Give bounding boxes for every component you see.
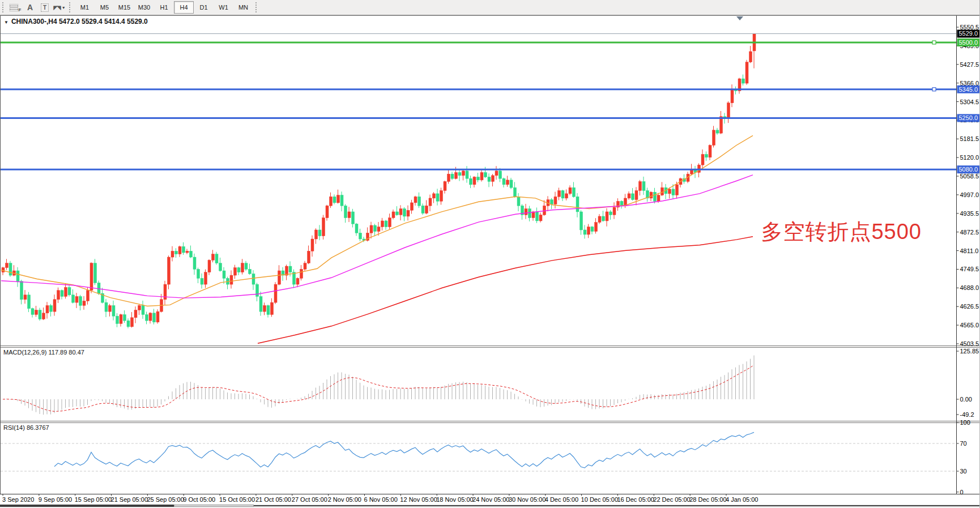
chart-title-text: CHINA300-,H4 5472.0 5529.4 5414.4 5529.0 [11, 18, 148, 25]
timeframe-h4-button[interactable]: H4 [174, 1, 194, 14]
drawing-tools-group: FAT◤◥▼ [8, 0, 67, 15]
y-axis-tick-label: 5304.5 [960, 99, 979, 105]
y-axis-tick-label: 5058.5 [960, 173, 979, 180]
symbol-dropdown-icon[interactable]: ▼ [4, 20, 8, 25]
price-line-label: 5250.0 [959, 114, 978, 121]
x-axis-tick-label: 9 Oct 05:00 [183, 496, 215, 503]
timeframe-m5-button[interactable]: M5 [95, 1, 114, 14]
annotation-text: 多空转折点5500 [761, 217, 922, 246]
horizontal-scrollbar[interactable] [0, 504, 980, 508]
chart-title: ▼CHINA300-,H4 5472.0 5529.4 5414.4 5529.… [4, 18, 148, 25]
x-axis-tick-label: 6 Nov 05:00 [364, 496, 398, 503]
timeframe-w1-button[interactable]: W1 [214, 1, 233, 14]
macd-indicator-label: MACD(12,26,9) 117.89 80.47 [3, 349, 84, 356]
line-handle[interactable] [932, 41, 936, 44]
macd-tick-label: 0.00 [960, 396, 972, 403]
x-axis-tick-label: 22 Dec 05:00 [653, 496, 690, 503]
y-axis-tick-label: 4872.5 [960, 229, 979, 236]
toolbar-grip[interactable] [255, 2, 258, 12]
x-axis-tick-label: 25 Sep 05:00 [147, 496, 184, 503]
toolbar-grip[interactable] [2, 2, 5, 12]
price-line-label: 5529.0 [959, 30, 978, 37]
x-axis-tick-label: 27 Oct 05:00 [292, 496, 327, 503]
x-axis-tick-label: 28 Dec 05:00 [689, 496, 726, 503]
toolbar-grip[interactable] [69, 2, 72, 12]
scrollbar-track-left[interactable] [0, 505, 174, 507]
x-axis-tick-label: 21 Oct 05:00 [255, 496, 291, 503]
arrows-icon: ◤◥ [53, 5, 59, 11]
scrollbar-thumb[interactable] [174, 505, 254, 507]
rsi-tick-label: 0 [960, 489, 964, 496]
rsi-tick-label: 100 [960, 419, 970, 426]
text-label-icon: T [41, 3, 49, 12]
x-axis-tick-label: 3 Sep 2020 [2, 496, 34, 503]
y-axis-tick-label: 4749.5 [960, 266, 979, 272]
y-axis-tick-label: 5550.5 [960, 24, 979, 31]
y-axis-tick-label: 5181.5 [960, 135, 979, 142]
x-axis-tick-label: 10 Dec 05:00 [581, 496, 618, 503]
timeframe-m1-button[interactable]: M1 [75, 1, 95, 14]
x-axis-tick-label: 9 Sep 05:00 [39, 496, 72, 503]
x-axis-tick-label: 15 Oct 05:00 [219, 496, 255, 503]
price-line-label: 5080.0 [959, 166, 978, 173]
x-axis-tick-label: 4 Dec 05:00 [545, 496, 578, 503]
fibonacci-icon [10, 4, 18, 11]
text-icon: A [27, 3, 33, 12]
mt4-window: 5550.55489.05427.55366.05304.55243.05181… [0, 0, 980, 508]
x-axis-tick-label: 18 Nov 05:00 [436, 496, 473, 503]
arrows-tool-button[interactable]: ◤◥▼ [52, 1, 67, 14]
scrollbar-track-right[interactable] [254, 505, 980, 506]
y-axis-tick-label: 4688.0 [960, 284, 979, 291]
timeframe-h1-button[interactable]: H1 [154, 1, 174, 14]
x-axis-tick-label: 4 Jan 05:00 [726, 496, 759, 503]
x-axis-tick-label: 15 Sep 05:00 [75, 496, 112, 503]
macd-tick-label: 125.85 [960, 348, 979, 355]
y-axis-tick-label: 4811.0 [960, 247, 979, 254]
macd-tick-label: -49.2 [960, 411, 974, 418]
price-line-label: 5500.0 [959, 39, 978, 46]
timeframes-group: M1M5M15M30H1H4D1W1MN [75, 0, 253, 15]
x-axis-tick-label: 12 Nov 05:00 [400, 496, 437, 503]
timeframe-d1-button[interactable]: D1 [194, 1, 214, 14]
x-axis-tick-label: 16 Dec 05:00 [617, 496, 654, 503]
line-handle[interactable] [932, 88, 936, 91]
text-label-tool-button[interactable]: T [37, 1, 52, 14]
timeframe-mn-button[interactable]: MN [233, 1, 253, 14]
timeframe-m15-button[interactable]: M15 [114, 1, 134, 14]
y-axis-tick-label: 4503.5 [960, 340, 979, 347]
y-axis-tick-label: 4935.5 [960, 210, 979, 217]
rsi-indicator-label: RSI(14) 86.3767 [3, 424, 49, 431]
price-line-label: 5345.0 [959, 86, 978, 93]
chevron-down-icon: ▼ [62, 6, 66, 10]
timeframe-m30-button[interactable]: M30 [134, 1, 154, 14]
x-axis-tick-label: 24 Nov 05:00 [472, 496, 509, 503]
fibonacci-tool-button[interactable]: F [8, 1, 23, 14]
y-axis-tick-label: 5120.0 [960, 154, 979, 161]
y-axis-tick-label: 4626.5 [960, 303, 979, 310]
y-axis-tick-label: 5427.5 [960, 61, 979, 68]
toolbar: FAT◤◥▼ M1M5M15M30H1H4D1W1MN [0, 0, 980, 15]
rsi-tick-label: 70 [960, 440, 967, 447]
x-axis-tick-label: 2 Nov 05:00 [328, 496, 361, 503]
x-axis-tick-label: 30 Nov 05:00 [509, 496, 546, 503]
y-axis-tick-label: 4997.0 [960, 191, 979, 198]
y-axis-tick-label: 4565.0 [960, 322, 979, 328]
chart-canvas[interactable]: 5550.55489.05427.55366.05304.55243.05181… [0, 0, 980, 508]
rsi-tick-label: 30 [960, 468, 967, 475]
x-axis-tick-label: 21 Sep 05:00 [111, 496, 148, 503]
text-tool-button[interactable]: A [23, 1, 37, 14]
